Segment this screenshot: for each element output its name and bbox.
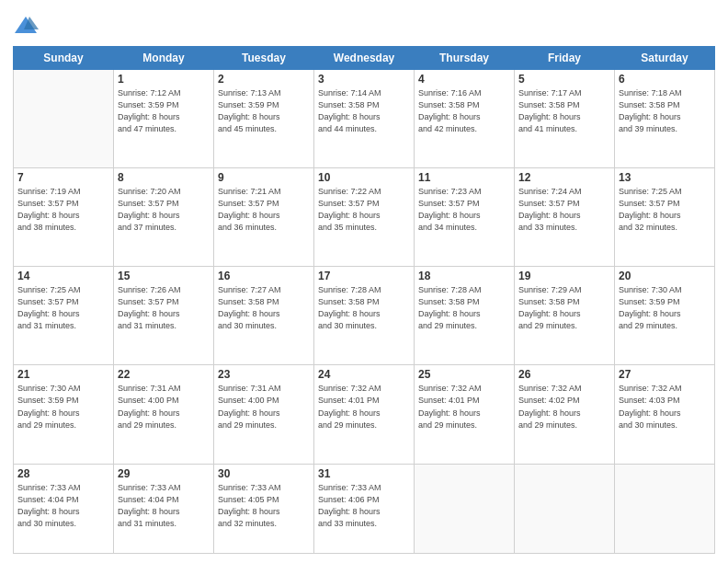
calendar-cell: 2Sunrise: 7:13 AMSunset: 3:59 PMDaylight… [214,70,314,168]
day-number: 1 [118,73,210,86]
column-header-friday: Friday [515,47,615,70]
day-number: 30 [218,467,310,480]
day-info: Sunrise: 7:28 AMSunset: 3:58 PMDaylight:… [318,284,410,332]
calendar-cell: 24Sunrise: 7:32 AMSunset: 4:01 PMDayligh… [314,365,415,464]
day-info: Sunrise: 7:22 AMSunset: 3:57 PMDaylight:… [318,186,410,234]
day-number: 11 [418,171,510,184]
day-info: Sunrise: 7:17 AMSunset: 3:58 PMDaylight:… [518,87,610,135]
calendar-cell [515,464,615,553]
calendar-cell: 21Sunrise: 7:30 AMSunset: 3:59 PMDayligh… [14,365,114,464]
day-number: 21 [17,368,109,381]
day-info: Sunrise: 7:20 AMSunset: 3:57 PMDaylight:… [118,186,210,234]
page-container: SundayMondayTuesdayWednesdayThursdayFrid… [0,0,728,563]
calendar-cell: 30Sunrise: 7:33 AMSunset: 4:05 PMDayligh… [214,464,314,553]
day-number: 29 [118,467,210,480]
header [13,9,715,39]
calendar-cell: 17Sunrise: 7:28 AMSunset: 3:58 PMDayligh… [314,267,415,365]
calendar-cell: 14Sunrise: 7:25 AMSunset: 3:57 PMDayligh… [14,267,114,365]
calendar-cell: 11Sunrise: 7:23 AMSunset: 3:57 PMDayligh… [415,168,515,267]
day-info: Sunrise: 7:16 AMSunset: 3:58 PMDaylight:… [418,87,510,135]
day-number: 18 [418,270,510,282]
day-info: Sunrise: 7:33 AMSunset: 4:06 PMDaylight:… [318,482,410,530]
day-number: 10 [318,171,410,184]
day-info: Sunrise: 7:29 AMSunset: 3:58 PMDaylight:… [518,284,610,332]
logo-icon [13,13,39,39]
week-row-1: 1Sunrise: 7:12 AMSunset: 3:59 PMDaylight… [14,70,715,168]
calendar-cell: 5Sunrise: 7:17 AMSunset: 3:58 PMDaylight… [515,70,615,168]
calendar-cell: 29Sunrise: 7:33 AMSunset: 4:04 PMDayligh… [114,464,214,553]
day-number: 12 [518,171,610,184]
day-number: 3 [318,73,410,86]
day-info: Sunrise: 7:31 AMSunset: 4:00 PMDaylight:… [118,383,210,431]
calendar-header-row: SundayMondayTuesdayWednesdayThursdayFrid… [14,47,715,70]
day-number: 16 [218,270,310,282]
day-number: 20 [619,270,711,282]
day-info: Sunrise: 7:19 AMSunset: 3:57 PMDaylight:… [17,186,109,234]
calendar-cell: 8Sunrise: 7:20 AMSunset: 3:57 PMDaylight… [114,168,214,267]
calendar-cell: 22Sunrise: 7:31 AMSunset: 4:00 PMDayligh… [114,365,214,464]
calendar-cell: 10Sunrise: 7:22 AMSunset: 3:57 PMDayligh… [314,168,415,267]
logo [13,13,42,39]
day-number: 7 [17,171,109,184]
day-number: 13 [619,171,711,184]
day-info: Sunrise: 7:28 AMSunset: 3:58 PMDaylight:… [418,284,510,332]
calendar-table: SundayMondayTuesdayWednesdayThursdayFrid… [13,46,715,554]
day-number: 8 [118,171,210,184]
week-row-3: 14Sunrise: 7:25 AMSunset: 3:57 PMDayligh… [14,267,715,365]
calendar-cell: 27Sunrise: 7:32 AMSunset: 4:03 PMDayligh… [615,365,715,464]
day-info: Sunrise: 7:24 AMSunset: 3:57 PMDaylight:… [518,186,610,234]
day-number: 19 [518,270,610,282]
day-number: 5 [518,73,610,86]
day-info: Sunrise: 7:13 AMSunset: 3:59 PMDaylight:… [218,87,310,135]
calendar-cell: 20Sunrise: 7:30 AMSunset: 3:59 PMDayligh… [615,267,715,365]
day-info: Sunrise: 7:30 AMSunset: 3:59 PMDaylight:… [17,383,109,431]
calendar-cell: 16Sunrise: 7:27 AMSunset: 3:58 PMDayligh… [214,267,314,365]
calendar-cell: 28Sunrise: 7:33 AMSunset: 4:04 PMDayligh… [14,464,114,553]
calendar-cell: 19Sunrise: 7:29 AMSunset: 3:58 PMDayligh… [515,267,615,365]
day-number: 14 [17,270,109,282]
day-number: 17 [318,270,410,282]
calendar-cell [615,464,715,553]
calendar-cell: 12Sunrise: 7:24 AMSunset: 3:57 PMDayligh… [515,168,615,267]
column-header-monday: Monday [114,47,214,70]
day-info: Sunrise: 7:26 AMSunset: 3:57 PMDaylight:… [118,284,210,332]
calendar-cell: 7Sunrise: 7:19 AMSunset: 3:57 PMDaylight… [14,168,114,267]
day-info: Sunrise: 7:25 AMSunset: 3:57 PMDaylight:… [17,284,109,332]
calendar-cell [415,464,515,553]
day-info: Sunrise: 7:23 AMSunset: 3:57 PMDaylight:… [418,186,510,234]
calendar-cell: 31Sunrise: 7:33 AMSunset: 4:06 PMDayligh… [314,464,415,553]
day-number: 27 [619,368,711,381]
day-info: Sunrise: 7:18 AMSunset: 3:58 PMDaylight:… [619,87,711,135]
column-header-tuesday: Tuesday [214,47,314,70]
calendar-cell: 1Sunrise: 7:12 AMSunset: 3:59 PMDaylight… [114,70,214,168]
day-number: 25 [418,368,510,381]
day-number: 6 [619,73,711,86]
day-info: Sunrise: 7:33 AMSunset: 4:05 PMDaylight:… [218,482,310,530]
day-number: 26 [518,368,610,381]
day-info: Sunrise: 7:21 AMSunset: 3:57 PMDaylight:… [218,186,310,234]
day-info: Sunrise: 7:32 AMSunset: 4:02 PMDaylight:… [518,383,610,431]
day-number: 2 [218,73,310,86]
day-info: Sunrise: 7:31 AMSunset: 4:00 PMDaylight:… [218,383,310,431]
calendar-cell: 9Sunrise: 7:21 AMSunset: 3:57 PMDaylight… [214,168,314,267]
column-header-saturday: Saturday [615,47,715,70]
week-row-2: 7Sunrise: 7:19 AMSunset: 3:57 PMDaylight… [14,168,715,267]
calendar-cell: 13Sunrise: 7:25 AMSunset: 3:57 PMDayligh… [615,168,715,267]
week-row-5: 28Sunrise: 7:33 AMSunset: 4:04 PMDayligh… [14,464,715,553]
day-info: Sunrise: 7:25 AMSunset: 3:57 PMDaylight:… [619,186,711,234]
day-info: Sunrise: 7:32 AMSunset: 4:01 PMDaylight:… [318,383,410,431]
day-info: Sunrise: 7:30 AMSunset: 3:59 PMDaylight:… [619,284,711,332]
column-header-wednesday: Wednesday [314,47,415,70]
day-number: 28 [17,467,109,480]
day-info: Sunrise: 7:33 AMSunset: 4:04 PMDaylight:… [118,482,210,530]
day-info: Sunrise: 7:14 AMSunset: 3:58 PMDaylight:… [318,87,410,135]
day-info: Sunrise: 7:27 AMSunset: 3:58 PMDaylight:… [218,284,310,332]
column-header-sunday: Sunday [14,47,114,70]
day-number: 24 [318,368,410,381]
day-number: 31 [318,467,410,480]
calendar-cell: 18Sunrise: 7:28 AMSunset: 3:58 PMDayligh… [415,267,515,365]
calendar-cell: 6Sunrise: 7:18 AMSunset: 3:58 PMDaylight… [615,70,715,168]
week-row-4: 21Sunrise: 7:30 AMSunset: 3:59 PMDayligh… [14,365,715,464]
day-info: Sunrise: 7:32 AMSunset: 4:01 PMDaylight:… [418,383,510,431]
calendar-cell: 3Sunrise: 7:14 AMSunset: 3:58 PMDaylight… [314,70,415,168]
